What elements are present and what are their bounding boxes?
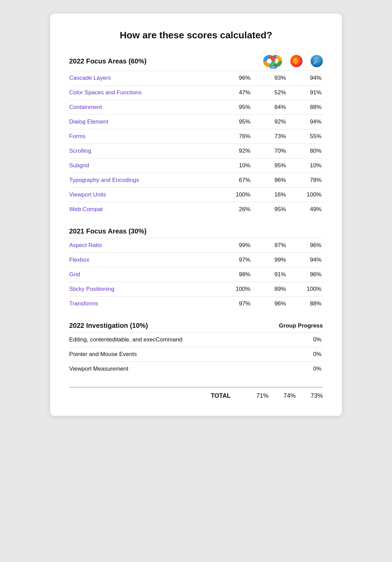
row-name[interactable]: Dialog Element <box>69 115 216 129</box>
total-row: TOTAL 71% 74% 73% <box>69 387 323 399</box>
row-col2: 96% <box>252 173 288 188</box>
row-col3: 10% <box>287 158 323 173</box>
row-col2: 91% <box>252 267 288 282</box>
table-row: Grid 98% 91% 96% <box>69 267 323 282</box>
row-col1: 100% <box>216 188 252 202</box>
row-col2: 84% <box>252 100 288 115</box>
total-score-2: 74% <box>269 392 296 399</box>
investigation-label: 2022 Investigation (10%) <box>69 322 148 330</box>
firefox-icon <box>290 55 302 67</box>
row-name: Viewport Measurement <box>69 362 277 376</box>
row-score: 0% <box>277 347 323 362</box>
table-row: Subgrid 10% 95% 10% <box>69 158 323 173</box>
section-investigation-header: 2022 Investigation (10%) Group Progress <box>69 322 323 332</box>
section-2022-table: Cascade Layers 96% 93% 94% Color Spaces … <box>69 71 323 217</box>
table-row: Cascade Layers 96% 93% 94% <box>69 71 323 86</box>
section-2022-header: 2022 Focus Areas (60%) DEV <box>69 54 323 71</box>
row-col3: 80% <box>287 144 323 158</box>
browser-icons: DEV <box>263 54 323 68</box>
row-col3: 94% <box>287 253 323 267</box>
row-col1: 10% <box>216 158 252 173</box>
row-col1: 96% <box>216 71 252 86</box>
table-row: Typography and Encodings 67% 96% 78% <box>69 173 323 188</box>
table-row: Sticky Positioning 100% 89% 100% <box>69 282 323 297</box>
row-name[interactable]: Grid <box>69 267 216 282</box>
row-col2: 92% <box>252 115 288 129</box>
row-col3: 96% <box>287 267 323 282</box>
safari-icon <box>311 55 323 67</box>
row-col2: 73% <box>252 129 288 144</box>
row-col3: 100% <box>287 188 323 202</box>
section-2021-table: Aspect Ratio 99% 97% 96% Flexbox 97% 99%… <box>69 238 323 311</box>
row-name[interactable]: Sticky Positioning <box>69 282 216 297</box>
row-col2: 93% <box>252 71 288 86</box>
row-col2: 70% <box>252 144 288 158</box>
row-col1: 97% <box>216 297 252 311</box>
row-col3: 96% <box>287 238 323 253</box>
table-row: Transforms 97% 96% 88% <box>69 297 323 311</box>
row-score: 0% <box>277 362 323 376</box>
row-col1: 67% <box>216 173 252 188</box>
table-row: Viewport Measurement 0% <box>69 362 323 376</box>
total-label: TOTAL <box>211 392 231 399</box>
row-col1: 95% <box>216 100 252 115</box>
main-card: How are these scores calculated? 2022 Fo… <box>50 14 342 416</box>
table-row: Viewport Units 100% 16% 100% <box>69 188 323 202</box>
row-col3: 94% <box>287 71 323 86</box>
row-score: 0% <box>277 333 323 347</box>
row-col3: 78% <box>287 173 323 188</box>
row-name[interactable]: Forms <box>69 129 216 144</box>
table-row: Web Compat 26% 95% 49% <box>69 202 323 217</box>
table-row: Containment 95% 84% 88% <box>69 100 323 115</box>
row-col2: 52% <box>252 86 288 100</box>
row-col2: 99% <box>252 253 288 267</box>
row-name[interactable]: Typography and Encodings <box>69 173 216 188</box>
table-row: Flexbox 97% 99% 94% <box>69 253 323 267</box>
row-col3: 100% <box>287 282 323 297</box>
row-col1: 92% <box>216 144 252 158</box>
row-col1: 99% <box>216 238 252 253</box>
chrome-dev-icon: DEV <box>263 55 275 67</box>
row-col2: 95% <box>252 158 288 173</box>
row-col1: 26% <box>216 202 252 217</box>
row-name[interactable]: Transforms <box>69 297 216 311</box>
section-2022-label: 2022 Focus Areas (60%) <box>69 57 146 65</box>
row-name[interactable]: Viewport Units <box>69 188 216 202</box>
table-row: Editing, contenteditable, and execComman… <box>69 333 323 347</box>
row-col3: 91% <box>287 86 323 100</box>
row-col3: 88% <box>287 297 323 311</box>
row-col3: 88% <box>287 100 323 115</box>
row-col1: 98% <box>216 267 252 282</box>
row-col1: 47% <box>216 86 252 100</box>
row-col2: 95% <box>252 202 288 217</box>
row-name: Editing, contenteditable, and execComman… <box>69 333 277 347</box>
row-col1: 100% <box>216 282 252 297</box>
row-col2: 89% <box>252 282 288 297</box>
total-scores: 71% 74% 73% <box>241 392 323 399</box>
row-name[interactable]: Flexbox <box>69 253 216 267</box>
table-row: Color Spaces and Functions 47% 52% 91% <box>69 86 323 100</box>
investigation-table: Editing, contenteditable, and execComman… <box>69 332 323 376</box>
row-name[interactable]: Web Compat <box>69 202 216 217</box>
row-col2: 16% <box>252 188 288 202</box>
table-row: Aspect Ratio 99% 97% 96% <box>69 238 323 253</box>
row-name[interactable]: Subgrid <box>69 158 216 173</box>
section-2021-label: 2021 Focus Areas (30%) <box>69 227 323 238</box>
row-name[interactable]: Cascade Layers <box>69 71 216 86</box>
table-row: Dialog Element 95% 92% 94% <box>69 115 323 129</box>
table-row: Pointer and Mouse Events 0% <box>69 347 323 362</box>
total-score-1: 71% <box>241 392 269 399</box>
row-name[interactable]: Color Spaces and Functions <box>69 86 216 100</box>
row-name: Pointer and Mouse Events <box>69 347 277 362</box>
row-col3: 94% <box>287 115 323 129</box>
table-row: Scrolling 92% 70% 80% <box>69 144 323 158</box>
row-col1: 95% <box>216 115 252 129</box>
row-col1: 97% <box>216 253 252 267</box>
row-col2: 96% <box>252 297 288 311</box>
row-col3: 55% <box>287 129 323 144</box>
page-title: How are these scores calculated? <box>69 30 323 41</box>
row-name[interactable]: Containment <box>69 100 216 115</box>
row-col3: 49% <box>287 202 323 217</box>
row-name[interactable]: Aspect Ratio <box>69 238 216 253</box>
row-name[interactable]: Scrolling <box>69 144 216 158</box>
